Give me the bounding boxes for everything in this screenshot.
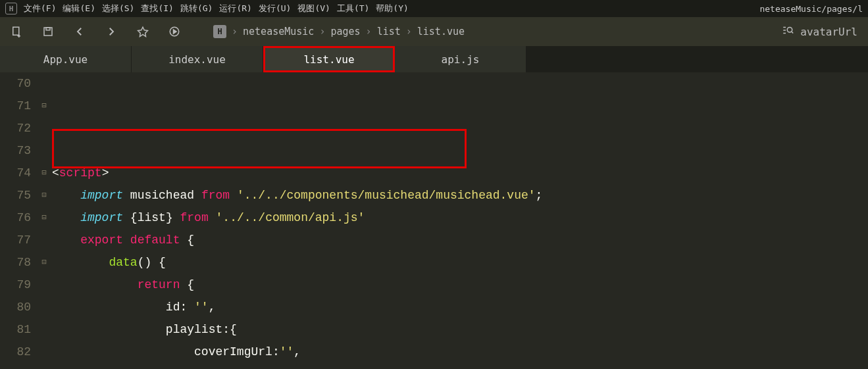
line-number: 72 xyxy=(0,117,31,139)
menu-view[interactable]: 视图(V) xyxy=(297,3,330,14)
line-number: 78 xyxy=(0,251,31,274)
line-number: 82 xyxy=(0,341,31,363)
line-number: 73 xyxy=(0,139,31,162)
search-area: avatarUrl xyxy=(782,24,857,39)
fold-toggle-icon xyxy=(36,139,52,162)
fold-toggle-icon[interactable]: ⊟ xyxy=(36,162,52,184)
code-line[interactable]: id: '', xyxy=(52,296,868,318)
crumb-folder[interactable]: pages xyxy=(330,26,360,37)
menu-edit[interactable]: 编辑(E) xyxy=(63,3,95,14)
menu-help[interactable]: 帮助(Y) xyxy=(376,3,408,14)
star-icon[interactable] xyxy=(137,26,149,37)
menu-select[interactable]: 选择(S) xyxy=(102,3,134,14)
code-line[interactable]: creator:{avatarUrl:''}, xyxy=(52,363,868,369)
line-number: 75 xyxy=(0,184,31,207)
chevron-right-icon: › xyxy=(406,26,412,37)
line-number: 80 xyxy=(0,296,31,318)
fold-toggle-icon xyxy=(36,229,52,251)
breadcrumb: H › neteaseMusic › pages › list › list.v… xyxy=(213,25,465,38)
toolbar: H › neteaseMusic › pages › list › list.v… xyxy=(0,17,868,46)
editor[interactable]: 70717273747576777879808182 ⊟⊟⊟⊟⊟ <script… xyxy=(0,72,868,369)
code-line[interactable]: <script> xyxy=(52,162,868,184)
app-logo-icon: H xyxy=(5,3,17,14)
chevron-right-icon: › xyxy=(366,26,372,37)
project-path: neteaseMusic/pages/l xyxy=(759,4,863,14)
fold-column: ⊟⊟⊟⊟⊟ xyxy=(36,72,52,369)
line-number: 74 xyxy=(0,162,31,184)
tab-index-vue[interactable]: index.vue xyxy=(132,46,263,72)
code-line[interactable]: import musichead from '../../components/… xyxy=(52,184,868,207)
nav-back-icon[interactable] xyxy=(74,26,86,37)
fold-toggle-icon xyxy=(36,318,52,341)
tab-list-vue[interactable]: list.vue xyxy=(263,46,395,72)
svg-line-12 xyxy=(792,32,793,33)
code-line[interactable] xyxy=(52,139,868,162)
fold-toggle-icon xyxy=(36,117,52,139)
search-text[interactable]: avatarUrl xyxy=(800,26,857,38)
line-gutter: 70717273747576777879808182 xyxy=(0,72,36,369)
svg-marker-7 xyxy=(174,30,177,34)
line-number: 79 xyxy=(0,274,31,296)
svg-point-11 xyxy=(788,28,793,33)
run-icon[interactable] xyxy=(168,26,180,37)
crumb-logo-icon: H xyxy=(213,25,226,38)
new-file-icon[interactable] xyxy=(11,26,22,37)
fold-toggle-icon xyxy=(36,72,52,95)
menu-publish[interactable]: 发行(U) xyxy=(259,3,291,14)
line-number: 76 xyxy=(0,207,31,229)
code-line[interactable]: coverImgUrl:'', xyxy=(52,341,868,363)
code-line[interactable]: export default { xyxy=(52,229,868,251)
tabs: App.vue index.vue list.vue api.js xyxy=(0,46,868,72)
fold-toggle-icon xyxy=(36,296,52,318)
code-line[interactable]: playlist:{ xyxy=(52,318,868,341)
svg-marker-5 xyxy=(138,27,148,36)
menu-goto[interactable]: 跳转(G) xyxy=(180,3,213,14)
menu-file[interactable]: 文件(F) xyxy=(24,3,56,14)
svg-rect-4 xyxy=(46,28,50,30)
search-icon[interactable] xyxy=(782,24,794,39)
menu-find[interactable]: 查找(I) xyxy=(141,3,173,14)
crumb-subfolder[interactable]: list xyxy=(377,26,401,37)
fold-toggle-icon[interactable]: ⊟ xyxy=(36,184,52,207)
nav-forward-icon[interactable] xyxy=(105,26,117,37)
code-area[interactable]: <script> import musichead from '../../co… xyxy=(52,72,868,369)
fold-toggle-icon[interactable]: ⊟ xyxy=(36,251,52,274)
svg-rect-0 xyxy=(13,27,19,35)
fold-toggle-icon xyxy=(36,274,52,296)
fold-toggle-icon xyxy=(36,341,52,363)
line-number: 81 xyxy=(0,318,31,341)
menubar: H 文件(F) 编辑(E) 选择(S) 查找(I) 跳转(G) 运行(R) 发行… xyxy=(0,0,868,17)
chevron-right-icon: › xyxy=(319,26,325,37)
menu-tools[interactable]: 工具(T) xyxy=(337,3,369,14)
fold-toggle-icon[interactable]: ⊟ xyxy=(36,207,52,229)
tab-app-vue[interactable]: App.vue xyxy=(0,46,132,72)
line-number: 70 xyxy=(0,72,31,95)
line-number: 71 xyxy=(0,95,31,117)
menu-run[interactable]: 运行(R) xyxy=(219,3,251,14)
save-icon[interactable] xyxy=(42,26,54,37)
chevron-right-icon: › xyxy=(232,26,238,37)
code-line[interactable]: import {list} from '../../common/api.js' xyxy=(52,207,868,229)
fold-toggle-icon[interactable]: ⊟ xyxy=(36,95,52,117)
crumb-project[interactable]: neteaseMusic xyxy=(243,26,314,37)
svg-rect-3 xyxy=(44,28,52,36)
code-line[interactable]: return { xyxy=(52,274,868,296)
code-line[interactable]: data() { xyxy=(52,251,868,274)
tab-api-js[interactable]: api.js xyxy=(395,46,526,72)
crumb-file[interactable]: list.vue xyxy=(417,26,465,37)
line-number: 77 xyxy=(0,229,31,251)
